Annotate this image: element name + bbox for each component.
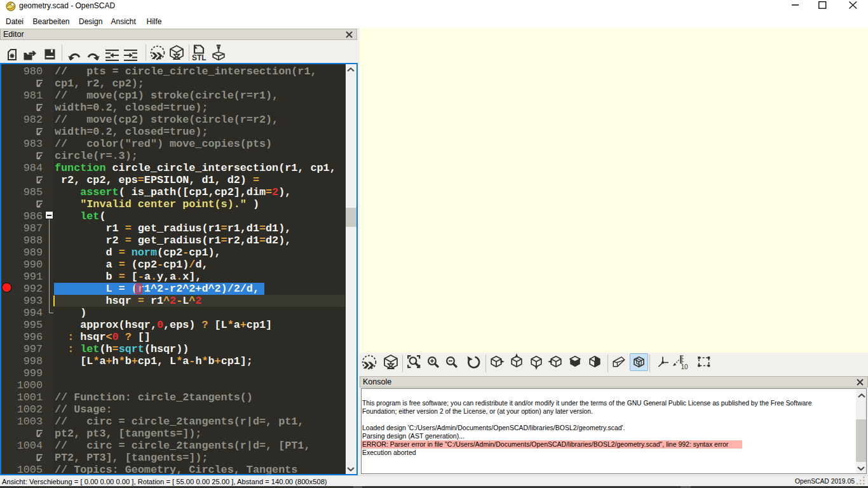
svg-text:STL: STL [192, 53, 207, 61]
svg-text:10: 10 [681, 363, 689, 370]
